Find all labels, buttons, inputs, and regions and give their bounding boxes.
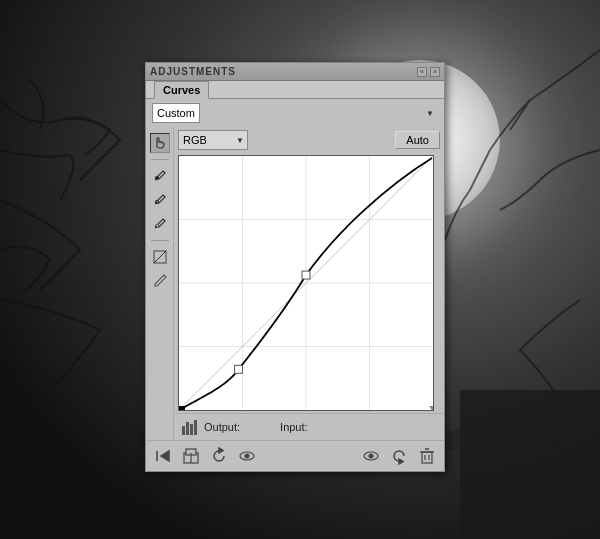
svg-rect-18 (190, 424, 193, 435)
svg-rect-17 (186, 422, 189, 435)
curve-display-tool[interactable] (150, 247, 170, 267)
svg-point-27 (245, 454, 249, 458)
toolbar-separator-2 (151, 240, 169, 241)
delete-button[interactable] (416, 445, 438, 467)
output-label: Output: (204, 421, 240, 433)
eyedropper-gray-tool[interactable] (150, 190, 170, 210)
clip-to-layer-button[interactable] (180, 445, 202, 467)
panel-title: ADJUSTMENTS (150, 66, 236, 77)
curves-grid (179, 156, 433, 410)
svg-rect-16 (182, 426, 185, 435)
auto-button[interactable]: Auto (395, 131, 440, 149)
eyedropper-black-tool[interactable] (150, 166, 170, 186)
output-input-bar: Output: Input: (174, 413, 444, 440)
svg-marker-20 (161, 451, 169, 461)
history-back-button[interactable] (152, 445, 174, 467)
preset-select-arrow: ▼ (426, 109, 434, 118)
histogram-icon (180, 417, 200, 437)
titlebar: ADJUSTMENTS « × (146, 63, 444, 81)
curve-point-2 (302, 271, 310, 279)
svg-rect-19 (194, 420, 197, 435)
curves-canvas[interactable] (178, 155, 434, 411)
visibility-toggle-button[interactable] (236, 445, 258, 467)
content-area: RGB ▼ Auto (146, 127, 444, 440)
svg-marker-30 (399, 459, 403, 464)
reset-button[interactable] (208, 445, 230, 467)
collapse-button[interactable]: « (417, 67, 427, 77)
svg-marker-25 (219, 448, 223, 453)
right-area: RGB ▼ Auto (174, 127, 444, 440)
svg-point-29 (369, 454, 373, 458)
view-channel-button[interactable] (360, 445, 382, 467)
tabs-row: Curves (146, 81, 444, 99)
adjustments-panel: ADJUSTMENTS « × Curves Custom ▼ (145, 62, 445, 472)
left-toolbar (146, 127, 174, 440)
curves-tab[interactable]: Curves (154, 81, 209, 99)
curve-point-black (179, 406, 185, 410)
preset-row: Custom ▼ (146, 99, 444, 127)
channel-select[interactable]: RGB (178, 130, 248, 150)
close-button[interactable]: × (430, 67, 440, 77)
preset-select-wrapper: Custom ▼ (152, 103, 438, 123)
pointer-tool[interactable] (150, 133, 170, 153)
eyedropper-white-tool[interactable] (150, 214, 170, 234)
pencil-curve-tool[interactable] (150, 271, 170, 291)
preset-select[interactable]: Custom (152, 103, 200, 123)
titlebar-controls: « × (417, 67, 440, 77)
channel-select-wrapper: RGB ▼ (178, 130, 248, 150)
channel-row: RGB ▼ Auto (174, 127, 444, 153)
svg-rect-31 (422, 452, 432, 463)
toolbar-separator-1 (151, 159, 169, 160)
curve-point-1 (235, 365, 243, 373)
bottom-toolbar (146, 440, 444, 471)
input-label: Input: (280, 421, 308, 433)
rotate-button[interactable] (388, 445, 410, 467)
curves-area (174, 153, 444, 413)
